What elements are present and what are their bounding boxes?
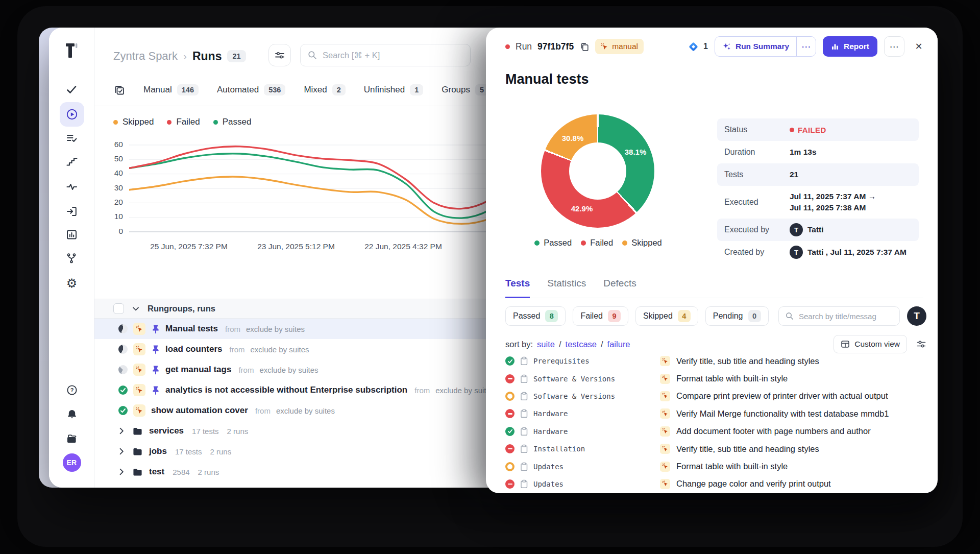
sidebar-item-settings[interactable]: ⚙ <box>49 273 94 294</box>
close-icon[interactable]: ✕ <box>911 39 926 54</box>
tab-manual[interactable]: Manual146 <box>143 84 199 95</box>
test-row[interactable]: Software & VersionsFormat table with bui… <box>486 370 938 387</box>
test-row[interactable]: PrerequisitesVerify title, sub title and… <box>486 352 938 370</box>
filter-failed[interactable]: Failed9 <box>573 306 628 326</box>
legend-item-passed[interactable]: Passed <box>534 238 572 248</box>
sidebar-item-runs[interactable] <box>49 104 94 125</box>
filter-passed[interactable]: Passed8 <box>505 306 566 326</box>
folder-runs-count: 2 runs <box>210 447 231 456</box>
avatar: T <box>790 246 803 259</box>
chevron-right-icon[interactable] <box>117 467 126 476</box>
select-all-checkbox[interactable] <box>113 303 124 314</box>
test-status-icon <box>505 427 514 436</box>
sort-link-failure[interactable]: failure <box>607 340 630 349</box>
sort-link-testcase[interactable]: testcase <box>566 340 597 349</box>
report-button[interactable]: Report <box>823 36 877 57</box>
run-status-donut-chart[interactable]: 30.8% 38.1% 42.9% <box>541 114 654 228</box>
test-row[interactable]: HardwareAdd document footer with page nu… <box>486 423 938 440</box>
breadcrumb-project[interactable]: Zyntra Spark <box>113 50 178 63</box>
chevron-right-icon[interactable] <box>117 426 126 436</box>
runs-table-title: Rungroups, runs <box>148 304 215 314</box>
info-row-status: Status FAILED <box>717 118 919 141</box>
sidebar-item-results[interactable] <box>49 80 94 100</box>
bar-chart-box-icon <box>66 229 78 241</box>
test-title: Verify title, sub title and heading styl… <box>676 356 819 366</box>
run-from-word: from <box>255 406 271 415</box>
avatar-initials: ER <box>63 453 81 472</box>
runs-trend-chart[interactable] <box>129 139 517 241</box>
test-row[interactable]: Software & VersionsCompare print preview… <box>486 388 938 405</box>
tab-automated[interactable]: Automated536 <box>217 84 285 95</box>
legend-item-passed[interactable]: Passed <box>213 117 252 127</box>
folder-icon <box>132 467 143 477</box>
run-summary-button[interactable]: Run Summary <box>715 37 796 56</box>
copy-icon[interactable] <box>579 41 590 52</box>
sliders-icon[interactable] <box>916 339 926 349</box>
run-name: get manual tags <box>165 365 231 375</box>
test-suite: Hardware <box>533 410 660 418</box>
svg-text:?: ? <box>70 387 74 393</box>
executed-end: Jul 11, 2025 7:38 AM <box>790 202 876 213</box>
branch-icon <box>66 252 78 264</box>
info-row-tests: Tests 21 <box>717 163 919 186</box>
sort-link-suite[interactable]: suite <box>537 340 555 349</box>
filter-button[interactable] <box>268 44 291 66</box>
filter-pending[interactable]: Pending0 <box>705 306 769 326</box>
sidebar-item-pulse[interactable] <box>49 177 94 197</box>
info-value: 1m 13s <box>790 148 817 157</box>
sidebar-item-branches[interactable] <box>49 248 94 269</box>
jira-diamond-icon[interactable] <box>689 42 698 51</box>
sidebar-item-testcases[interactable] <box>49 128 94 149</box>
legend-item-failed[interactable]: Failed <box>581 238 613 248</box>
app-logo[interactable] <box>49 39 94 63</box>
sidebar-item-notifications[interactable] <box>49 404 94 424</box>
select-runs-icon[interactable] <box>113 84 125 96</box>
donut-label-passed: 38.1% <box>625 148 647 156</box>
search-input[interactable] <box>323 51 463 60</box>
sidebar-item-help[interactable]: ? <box>49 380 94 400</box>
tab-mixed[interactable]: Mixed2 <box>304 84 345 95</box>
manual-badge-label: manual <box>612 42 638 51</box>
tab-label: Unfinished <box>364 85 405 95</box>
test-suite: Updates <box>533 463 660 471</box>
test-suite: Updates <box>533 480 660 488</box>
y-tick: 30 <box>97 183 123 192</box>
more-actions-button[interactable]: ⋯ <box>884 36 904 57</box>
run-summary-more-button[interactable]: ⋯ <box>796 37 816 56</box>
avatar: T <box>790 223 803 236</box>
sidebar-item-milestones[interactable] <box>49 152 94 172</box>
test-status-icon <box>505 409 514 418</box>
filter-skipped[interactable]: Skipped4 <box>635 306 698 326</box>
test-row[interactable]: UpdatesFormat table with built-in style <box>486 457 938 475</box>
legend-item-skipped[interactable]: Skipped <box>113 117 154 127</box>
assignee-avatar[interactable]: T <box>907 306 926 326</box>
legend-item-failed[interactable]: Failed <box>167 117 200 127</box>
tests-search-input[interactable] <box>799 312 893 321</box>
tab-defects[interactable]: Defects <box>603 278 636 298</box>
status-badge: FAILED <box>790 126 826 134</box>
info-label: Duration <box>724 148 790 157</box>
tab-groups[interactable]: Groups5 <box>442 84 488 95</box>
legend-item-skipped[interactable]: Skipped <box>622 238 662 248</box>
sidebar-item-analytics[interactable] <box>49 225 94 245</box>
linked-issues-count: 1 <box>703 42 708 51</box>
sparkles-icon <box>722 42 731 51</box>
user-avatar[interactable]: ER <box>49 452 94 473</box>
chevron-right-icon[interactable] <box>117 447 126 456</box>
sidebar-item-import[interactable] <box>49 201 94 222</box>
test-row[interactable]: HardwareVerify Mail Merge functionality … <box>486 405 938 422</box>
filter-label: Skipped <box>643 311 673 321</box>
tab-tests[interactable]: Tests <box>505 278 530 298</box>
info-row-executed: Executed Jul 11, 2025 7:37 AM → Jul 11, … <box>717 186 919 219</box>
custom-view-button[interactable]: Custom view <box>834 335 907 353</box>
tab-unfinished[interactable]: Unfinished1 <box>364 84 423 95</box>
test-title: Format table with built-in style <box>676 462 788 471</box>
tab-statistics[interactable]: Statistics <box>547 278 586 298</box>
run-source: exclude by suites <box>246 325 305 333</box>
chevron-down-icon[interactable] <box>131 304 141 314</box>
tab-label: Automated <box>217 85 259 95</box>
manual-cursor-icon <box>660 479 670 489</box>
sidebar-item-projects[interactable] <box>49 429 94 449</box>
test-row[interactable]: InstallationVerify title, sub title and … <box>486 440 938 457</box>
test-row[interactable]: UpdatesChange page color and verify prin… <box>486 475 938 493</box>
